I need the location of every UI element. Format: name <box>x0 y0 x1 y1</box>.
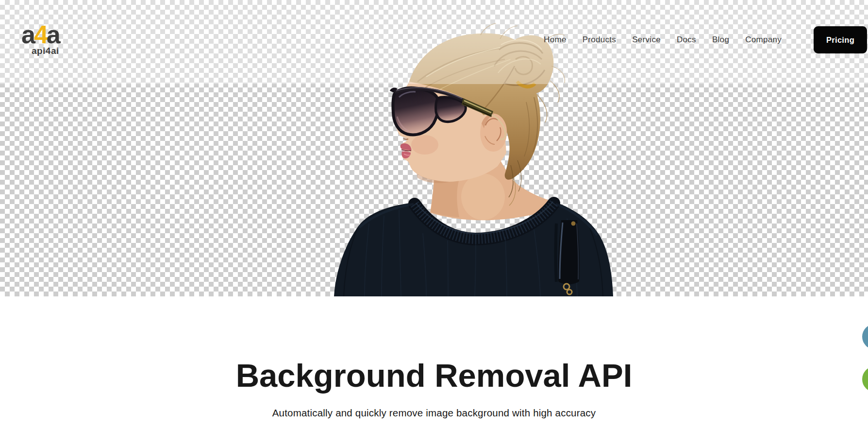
intro-section: Background Removal API Automatically and… <box>0 296 868 447</box>
nav-link-products[interactable]: Products <box>583 35 617 45</box>
nav-link-home[interactable]: Home <box>544 35 567 45</box>
page: a4a api4ai Home Products Service Docs Bl… <box>0 0 868 447</box>
nav-link-blog[interactable]: Blog <box>712 35 729 45</box>
nav-link-docs[interactable]: Docs <box>677 35 696 45</box>
nav-link-company[interactable]: Company <box>745 35 782 45</box>
nav-link-service[interactable]: Service <box>632 35 661 45</box>
logo[interactable]: a4a api4ai <box>21 23 59 57</box>
site-header: a4a api4ai Home Products Service Docs Bl… <box>0 0 868 80</box>
logo-subtext: api4ai <box>21 46 59 56</box>
hero-section: a4a api4ai Home Products Service Docs Bl… <box>0 0 868 296</box>
page-subtitle: Automatically and quickly remove image b… <box>0 407 868 419</box>
pricing-button[interactable]: Pricing <box>814 26 867 53</box>
main-nav: Home Products Service Docs Blog Company <box>544 35 782 45</box>
page-title: Background Removal API <box>0 296 868 393</box>
logo-wordmark: a4a <box>21 23 59 47</box>
